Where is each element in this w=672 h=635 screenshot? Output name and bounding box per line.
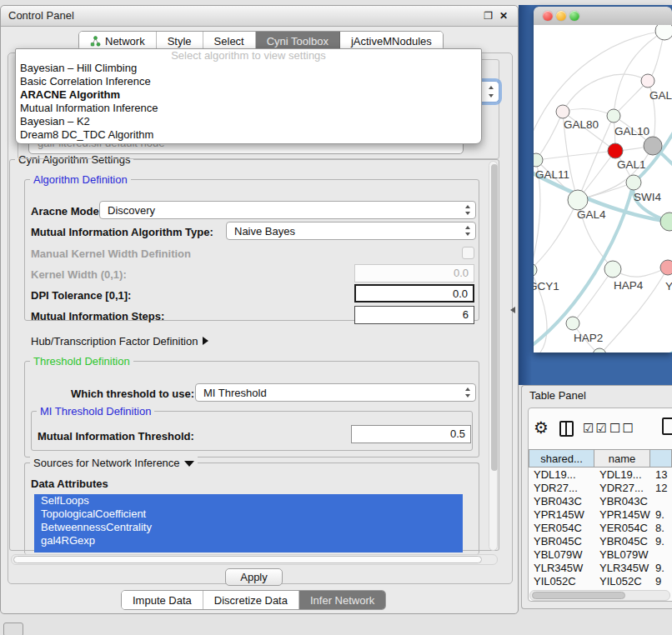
scrollbar-thumb[interactable] <box>491 164 498 471</box>
tab-impute-data[interactable]: Impute Data <box>122 591 203 609</box>
algorithm-option-dream8-dc-tdc-algorithm[interactable]: Dream8 DC_TDC Algorithm <box>16 128 481 142</box>
table-cell: YBL079W <box>594 548 650 562</box>
node-gal[interactable] <box>641 74 654 88</box>
data-attributes-label: Data Attributes <box>31 478 108 490</box>
table-cell: 9. <box>650 562 672 575</box>
unchecked-pair-icon[interactable]: ☐☐ <box>609 421 635 436</box>
data-attributes-list[interactable]: SelfLoopsTopologicalCoefficientBetweenne… <box>34 494 463 552</box>
table-horizontal-scrollbar[interactable] <box>529 590 670 601</box>
network-graph-icon <box>90 36 101 47</box>
float-window-icon[interactable]: ❐ <box>484 10 493 22</box>
node-gal1[interactable] <box>608 143 623 158</box>
tab-cyni-toolbox[interactable]: Cyni Toolbox <box>256 32 340 50</box>
table-cell: 12 <box>650 482 672 495</box>
kernel-width-field[interactable]: 0.0 <box>354 264 474 282</box>
scrollbar-thumb[interactable] <box>532 592 625 599</box>
aracne-mode-label: Aracne Mode: <box>31 205 103 218</box>
network-window-titlebar[interactable] <box>534 7 672 26</box>
node-gal11[interactable] <box>534 153 543 167</box>
node-label-gal80: GAL80 <box>564 118 599 131</box>
tab-label: Impute Data <box>133 594 192 607</box>
node-hap2[interactable] <box>566 317 579 330</box>
node-label-y: Y <box>665 280 672 292</box>
algorithm-option-basic-correlation-inference[interactable]: Basic Correlation Inference <box>16 75 481 88</box>
checked-pair-icon[interactable]: ☑☑ <box>583 421 609 436</box>
mi-algorithm-type-label: Mutual Information Algorithm Type: <box>31 226 213 238</box>
which-threshold-combo[interactable]: MI Threshold <box>195 383 476 402</box>
hub-definition-label: Hub/Transcription Factor Definition <box>31 335 198 348</box>
attribute-item-topologicalcoefficient[interactable]: TopologicalCoefficient <box>34 508 463 521</box>
manual-kernel-width-label: Manual Kernel Width Definition <box>31 248 191 260</box>
table-row[interactable]: YDR27...YDR27...12 <box>529 482 672 495</box>
node-right-green[interactable] <box>660 212 672 231</box>
control-panel-title: Control Panel <box>8 9 74 22</box>
network-edge <box>536 151 615 160</box>
minimized-panel-icon[interactable] <box>3 622 23 635</box>
manual-kernel-width-checkbox[interactable] <box>462 247 474 259</box>
column-header-col2[interactable] <box>650 449 672 468</box>
attribute-item-selfloops[interactable]: SelfLoops <box>34 494 463 508</box>
table-row[interactable]: YBL079WYBL079W <box>529 548 672 562</box>
mi-algorithm-type-combo[interactable]: Naive Bayes <box>226 222 476 240</box>
splitpane-collapse-arrow[interactable] <box>510 307 515 313</box>
network-canvas[interactable]: GALGAL80GAL10GAL1GAL11SWI4GAL4GCY1HAP4YH… <box>534 25 672 352</box>
tab-jactivemnodules[interactable]: jActiveMNodules <box>340 32 443 50</box>
node-top-partial[interactable] <box>655 25 672 40</box>
tab-discretize-data[interactable]: Discretize Data <box>203 591 299 609</box>
settings-vertical-scrollbar[interactable] <box>489 161 498 551</box>
node-bottom[interactable] <box>593 348 606 352</box>
algorithm-definition-legend: Algorithm Definition <box>30 173 131 186</box>
table-cell: YDL19... <box>594 468 650 482</box>
column-header-name[interactable]: name <box>594 449 650 468</box>
mi-threshold-label: Mutual Information Threshold: <box>38 430 194 442</box>
node-gal10[interactable] <box>607 109 620 122</box>
document-icon[interactable] <box>662 418 672 435</box>
column-header-shared[interactable]: shared... <box>529 449 594 468</box>
node-gray-hub[interactable] <box>644 137 662 155</box>
algorithm-option-bayesian-k2[interactable]: Bayesian – K2 <box>16 115 481 128</box>
scrollbar-thumb[interactable] <box>13 556 482 563</box>
table-cell <box>650 548 672 562</box>
close-traffic-light-icon[interactable] <box>543 11 553 21</box>
gear-icon[interactable]: ⚙ <box>534 418 549 438</box>
close-window-icon[interactable]: ✕ <box>499 10 508 22</box>
hub-definition-toggle[interactable]: Hub/Transcription Factor Definition <box>31 335 208 348</box>
table-row[interactable]: YER054CYER054C8. <box>529 522 672 535</box>
table-row[interactable]: YPR145WYPR145W9. <box>529 508 672 522</box>
algorithm-option-bayesian-hill-climbing[interactable]: Bayesian – Hill Climbing <box>16 62 481 75</box>
settings-horizontal-scrollbar[interactable] <box>11 554 498 565</box>
node-swi4[interactable] <box>626 175 641 190</box>
node-gcy1[interactable] <box>534 263 537 277</box>
table-row[interactable]: YBR043CYBR043C <box>529 495 672 508</box>
node-hap4[interactable] <box>604 261 621 278</box>
table-cell: YBR043C <box>529 495 594 508</box>
tab-style[interactable]: Style <box>157 32 203 50</box>
mi-steps-field[interactable]: 6 <box>354 306 474 324</box>
aracne-mode-combo[interactable]: Discovery <box>99 201 476 219</box>
attribute-item-betweennesscentrality[interactable]: BetweennessCentrality <box>34 521 463 534</box>
dpi-tolerance-field[interactable]: 0.0 <box>354 284 474 302</box>
minimize-traffic-light-icon[interactable] <box>556 11 566 21</box>
zoom-traffic-light-icon[interactable] <box>569 11 579 21</box>
node-y[interactable] <box>660 260 672 275</box>
attribute-item-gal4rgexp[interactable]: gal4RGexp <box>34 534 463 548</box>
sources-legend[interactable]: Sources for Network Inference <box>30 457 198 469</box>
algorithm-option-aracne-algorithm[interactable]: ARACNE Algorithm <box>16 88 481 102</box>
table-row[interactable]: YLR345WYLR345W9. <box>529 562 672 575</box>
tab-select[interactable]: Select <box>203 32 256 50</box>
table-cell: 9 <box>650 575 672 588</box>
apply-button[interactable]: Apply <box>225 568 283 586</box>
tab-infer-network[interactable]: Infer Network <box>299 591 385 609</box>
tab-network[interactable]: Network <box>79 32 157 50</box>
which-threshold-label: Which threshold to use: <box>71 388 194 400</box>
table-row[interactable]: YIL052CYIL052C9 <box>529 575 672 588</box>
node-gal4[interactable] <box>568 190 588 210</box>
algorithm-option-mutual-information-inference[interactable]: Mutual Information Inference <box>16 102 481 115</box>
columns-view-icon[interactable] <box>559 421 574 437</box>
mi-threshold-field[interactable]: 0.5 <box>351 425 471 443</box>
table-row[interactable]: YBR045CYBR045C9. <box>529 535 672 548</box>
table-row[interactable]: YDL19...YDL19...13 <box>529 468 672 482</box>
network-edge <box>614 31 664 116</box>
control-panel-titlebar[interactable]: Control Panel ❐ ✕ <box>1 6 518 27</box>
node-gal80[interactable] <box>556 105 569 118</box>
